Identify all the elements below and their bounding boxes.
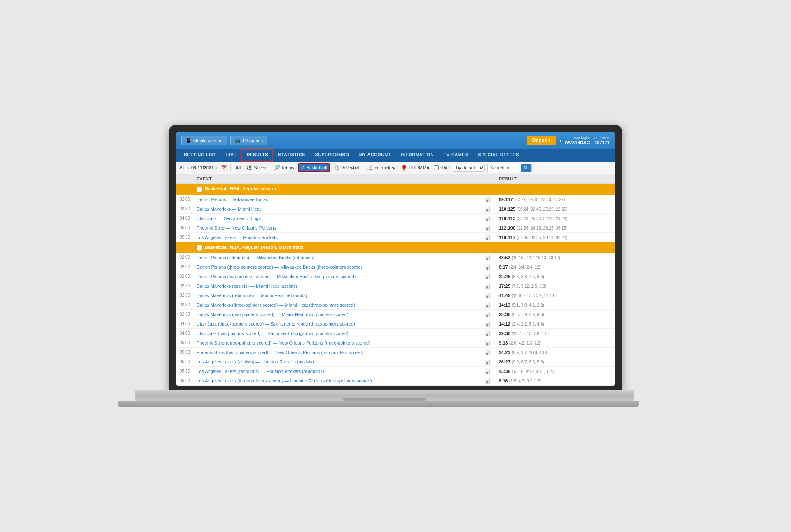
filter-basketball[interactable]: ✓ Basketball	[298, 163, 330, 172]
calendar-icon[interactable]: 📅	[221, 165, 227, 171]
result-cell: 110:125 (30:24, 32:46, 26:29, 22:26)	[496, 204, 615, 213]
event-cell[interactable]: Dallas Mavericks (three-pointers scored)…	[193, 300, 481, 309]
time-cell: 05:30	[176, 376, 193, 385]
result-cell: 43:38 (13:10, 9:12, 9:11, 12:5)	[496, 366, 615, 376]
chart-icon[interactable]: 📊	[484, 206, 492, 212]
event-cell[interactable]: Utah Jazz (three-pointers scored) — Sacr…	[193, 319, 481, 328]
search-input[interactable]	[488, 164, 521, 171]
time-cell: 05:30	[176, 366, 193, 376]
separator-1	[230, 164, 231, 171]
event-cell[interactable]: Detroit Pistons (rebounds) — Milwaukee B…	[193, 253, 481, 262]
event-cell[interactable]: Dallas Mavericks (rebounds) — Miami Heat…	[193, 291, 481, 300]
time-cell: 02:00	[176, 262, 193, 272]
tennis-icon: 🎾	[274, 165, 280, 171]
table-row: 05:30 Los Angeles Lakers (rebounds) — Ho…	[176, 366, 615, 376]
chart-icon[interactable]: 📊	[484, 378, 492, 384]
event-cell[interactable]: Detroit Pistons (two-pointers scored) — …	[193, 272, 481, 281]
event-cell[interactable]: Detroit Pistons — Milwaukee Bucks	[193, 195, 481, 204]
deposit-button[interactable]: Deposit	[527, 136, 556, 145]
arrow-icon: ›	[559, 137, 562, 144]
section-header-row: Basketball. NBA. Regular season.	[176, 184, 615, 195]
next-date-button[interactable]: ›	[215, 165, 218, 171]
col-event: EVENT	[193, 174, 481, 184]
details: (10:15, 7:12, 16:13, 10:12)	[512, 255, 560, 260]
time-cell: 05:03	[176, 347, 193, 357]
login-label: Your login:	[565, 136, 590, 140]
basketball-label: Basketball	[306, 165, 327, 170]
details: (30:24, 32:46, 26:29, 22:26)	[517, 207, 567, 211]
other-checkbox[interactable]: other	[434, 165, 450, 170]
chart-icon[interactable]: 📊	[484, 264, 492, 270]
result-cell: 112:100 (22:36, 26:23, 28:23, 36:18)	[496, 223, 615, 232]
filter-ufc[interactable]: 🥊 UFC/MMA	[399, 164, 431, 171]
tv-games-button[interactable]: 📺 TV games	[230, 136, 267, 145]
chart-icon[interactable]: 📊	[484, 293, 492, 298]
other-checkbox-input[interactable]	[434, 165, 439, 170]
filter-ice-hockey[interactable]: 🏒 Ice hockey	[365, 164, 397, 171]
filter-all[interactable]: All	[234, 164, 242, 171]
event-cell[interactable]: Los Angeles Lakers — Houston Rockets	[193, 232, 481, 242]
result-cell: 22:25 (6:6, 3:8, 7:5, 6:6)	[496, 272, 615, 281]
volleyball-icon: 🏐	[334, 165, 340, 171]
event-cell[interactable]: Phoenix Suns — New Orleans Pelicans	[193, 223, 481, 232]
event-cell[interactable]: Utah Jazz — Sacramento Kings	[193, 213, 481, 223]
event-cell[interactable]: Phoenix Suns (three-pointers scored) — N…	[193, 338, 481, 347]
details: (12:9, 7:13, 10:9, 12:14)	[512, 293, 556, 298]
account-info: Your acco 137171	[593, 136, 610, 145]
chart-icon[interactable]: 📊	[484, 216, 492, 221]
mobile-version-button[interactable]: 📱 Mobile version	[181, 136, 227, 145]
chart-icon[interactable]: 📊	[484, 340, 492, 346]
details: (5:6, 7:9, 5:9, 6:6)	[512, 312, 544, 317]
refresh-icon[interactable]: ↻	[180, 165, 184, 171]
event-cell[interactable]: Los Angeles Lakers (assists) — Houston R…	[193, 357, 481, 366]
laptop-wrapper: 📱 Mobile version 📺 TV games Deposit › Yo…	[169, 125, 622, 407]
nav-tv-games[interactable]: TV GAMES	[439, 149, 473, 162]
filter-soccer[interactable]: ⚽ Soccer	[245, 164, 269, 171]
chart-icon[interactable]: 📊	[484, 359, 492, 365]
filter-volleyball[interactable]: 🏐 Volleyball	[332, 164, 362, 171]
nav-special-offers[interactable]: SPECIAL OFFERS	[473, 149, 524, 162]
chart-icon[interactable]: 📊	[484, 255, 492, 260]
event-cell[interactable]: Utah Jazz (two-pointers scored) — Sacram…	[193, 328, 481, 338]
app-header: 📱 Mobile version 📺 TV games Deposit › Yo…	[176, 132, 615, 149]
nav-my-account[interactable]: MY ACCOUNT	[354, 149, 396, 162]
section-title: Basketball. NBA. Regular season.	[193, 184, 615, 195]
time-cell: 05:30	[176, 357, 193, 366]
filter-tennis[interactable]: 🎾 Tennis	[272, 164, 296, 171]
chart-icon[interactable]: 📊	[484, 234, 492, 240]
chart-icon[interactable]: 📊	[484, 197, 492, 202]
event-cell[interactable]: Los Angeles Lakers (three-pointers score…	[193, 376, 481, 385]
details: (2:4, 3:4, 2:4, 1:5)	[509, 265, 542, 270]
nav-statistics[interactable]: STATISTICS	[273, 149, 310, 162]
nav-live[interactable]: LIVE	[221, 149, 242, 162]
event-cell[interactable]: Dallas Mavericks (assists) — Miami Heat …	[193, 281, 481, 291]
chart-icon[interactable]: 📊	[484, 349, 492, 355]
prev-date-button[interactable]: ‹	[187, 165, 190, 171]
chart-icon[interactable]: 📊	[484, 368, 492, 374]
chart-icon[interactable]: 📊	[484, 321, 492, 327]
search-button[interactable]: 🔍	[521, 164, 531, 172]
tv-icon: 📺	[235, 138, 241, 143]
table-row: 05:03 Phoenix Suns (two-pointers scored)…	[176, 347, 615, 357]
event-cell[interactable]: Dallas Mavericks (two-pointers scored) —…	[193, 309, 481, 319]
nav-information[interactable]: INFORMATION	[396, 149, 439, 162]
chart-icon[interactable]: 📊	[484, 312, 492, 317]
chart-icon[interactable]: 📊	[484, 302, 492, 308]
col-icon	[481, 174, 496, 184]
chart-icon[interactable]: 📊	[484, 283, 492, 289]
chart-icon[interactable]: 📊	[484, 274, 492, 279]
nav-betting-list[interactable]: BETTING LIST	[179, 149, 221, 162]
event-cell[interactable]: Phoenix Suns (two-pointers scored) — New…	[193, 347, 481, 357]
event-cell[interactable]: Los Angeles Lakers (rebounds) — Houston …	[193, 366, 481, 376]
chart-icon[interactable]: 📊	[484, 330, 492, 336]
result-cell: 9:13 (2:6, 4:2, 1:3, 2:2)	[496, 338, 615, 347]
nav-supercombo[interactable]: SUPERCOMBO	[310, 149, 354, 162]
col-time	[176, 174, 193, 184]
chart-icon[interactable]: 📊	[484, 225, 492, 231]
score: 29:30	[499, 331, 510, 336]
sort-select[interactable]: by default	[453, 164, 485, 172]
time-cell: 04:00	[176, 319, 193, 328]
event-cell[interactable]: Detroit Pistons (three-pointers scored) …	[193, 262, 481, 272]
nav-results[interactable]: RESULTS	[241, 149, 273, 162]
event-cell[interactable]: Dallas Mavericks — Miami Heat	[193, 204, 481, 213]
